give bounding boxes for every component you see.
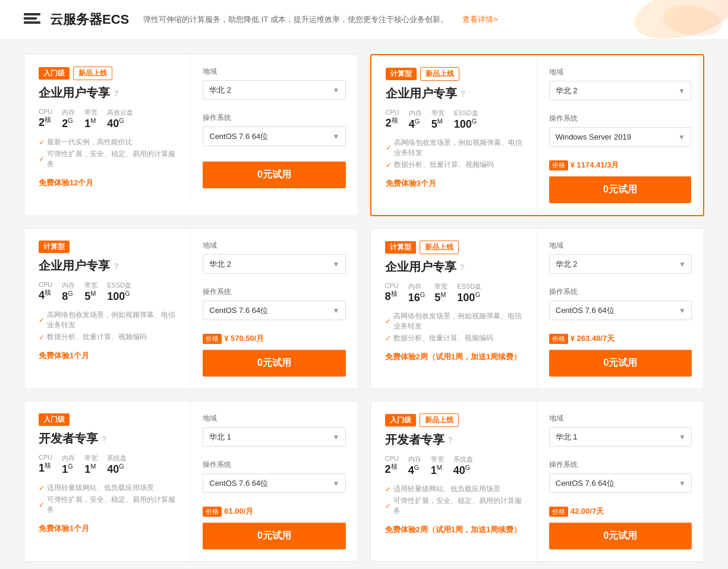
price-label-badge: 价格 [203,507,222,517]
spec-内存: 内存 16G [408,282,426,304]
price-label-badge: 价格 [549,160,568,170]
card-left: 计算型 企业用户专享 ? CPU 4核 内存 8G 带宽 5M ESSD盘 10 [24,229,191,388]
trial-button[interactable]: 0元试用 [549,523,692,549]
check-icon: ✓ [386,161,392,169]
card-right: 地域 华北 1华北 2华东 1华南 1 ▼ 操作系统 CentOS 7.6 64… [537,402,704,561]
card-card-5: 入门级 开发者专享 ? CPU 1核 内存 1G 带宽 1M 系统盘 40G [24,401,358,562]
card-right: 地域 华北 1华北 2华东 1华南 1 ▼ 操作系统 CentOS 7.6 64… [191,402,357,561]
os-select[interactable]: CentOS 7.6 64位Ubuntu 18.04 64位Windows Se… [203,301,345,320]
os-select-wrapper: CentOS 7.6 64位Ubuntu 18.04 64位Windows Se… [203,473,345,493]
region-section: 地域 华北 2华北 1华东 1华南 1 ▼ [203,67,345,107]
card-title: 企业用户专享 ? [386,86,525,102]
region-section: 地域 华北 2华北 1华东 1华南 1 ▼ [203,241,345,281]
check-icon: ✓ [39,501,45,509]
price-label-badge: 价格 [549,507,568,517]
free-trial-text[interactable]: 免费体验2周（试用1周，加送1周续费） [385,525,522,534]
view-details-link[interactable]: 查看详情> [462,14,498,25]
price-display: 价格 ¥ 263.48/7天 [549,333,692,344]
os-select-wrapper: CentOS 7.6 64位Ubuntu 18.04 64位Windows Se… [549,301,692,320]
spec-CPU: CPU 1核 [39,454,52,476]
os-section: 操作系统 CentOS 7.6 64位Ubuntu 18.04 64位Windo… [203,287,345,327]
card-right: 地域 华北 2华北 1华东 1华南 1 ▼ 操作系统 CentOS 7.6 64… [537,229,704,388]
card-title: 企业用户专享 ? [39,258,178,274]
tag-entry: 入门级 [385,414,416,426]
features-container: ✓ 适用轻量级网站、低负载应用场景 ✓ 可弹性扩展，安全、稳定、易用的计算服务 [385,484,525,516]
region-select[interactable]: 华北 1华北 2华东 1华南 1 [203,427,345,447]
os-select[interactable]: CentOS 7.6 64位Ubuntu 18.04 64位Windows Se… [549,473,692,493]
tags-container: 入门级新品上线 [39,67,178,80]
os-label: 操作系统 [549,287,692,297]
help-icon[interactable]: ? [460,263,465,272]
card-card-6: 入门级新品上线 开发者专享 ? CPU 2核 内存 4G 带宽 1M 系统盘 4 [370,401,705,562]
region-select[interactable]: 华北 1华北 2华东 1华南 1 [549,427,692,447]
features-container: ✓ 高网络包收发场景，例如视频弹幕、电信业务转发 ✓ 数据分析、批量计算、视频编… [386,138,525,170]
help-icon[interactable]: ? [114,261,119,271]
tags-container: 入门级 [39,413,178,426]
region-select[interactable]: 华北 2华北 1华东 1华南 1 [549,254,692,274]
region-label: 地域 [549,241,692,251]
trial-button[interactable]: 0元试用 [549,176,691,203]
os-select[interactable]: CentOS 7.6 64位Ubuntu 18.04 64位Windows Se… [203,127,345,146]
specs-container: CPU 1核 内存 1G 带宽 1M 系统盘 40G [39,454,178,476]
os-section: 操作系统 CentOS 7.6 64位Ubuntu 18.04 64位Windo… [203,113,345,153]
spec-CPU: CPU 4核 [39,281,52,303]
check-icon: ✓ [385,317,391,325]
trial-button[interactable]: 0元试用 [203,523,345,549]
help-icon[interactable]: ? [448,435,453,445]
check-icon: ✓ [39,333,45,342]
specs-container: CPU 8核 内存 16G 带宽 5M ESSD盘 100G [385,282,525,304]
region-section: 地域 华北 1华北 2华东 1华南 1 ▼ [203,413,345,454]
features-container: ✓ 最新一代实例，高性能价比 ✓ 可弹性扩展，安全、稳定、易用的计算服务 [39,137,178,169]
spec-CPU: CPU 2核 [386,109,399,131]
region-label: 地域 [203,413,345,423]
card-right: 地域 华北 2华北 1华东 1华南 1 ▼ 操作系统 CentOS 7.6 64… [191,229,357,388]
spec-系统盘: 系统盘 40G [453,455,473,477]
spec-ESSD盘: ESSD盘 100G [457,282,481,304]
help-icon[interactable]: ? [102,434,107,444]
card-title: 企业用户专享 ? [39,85,178,101]
tags-container: 入门级新品上线 [385,413,525,427]
card-title: 开发者专享 ? [39,431,178,447]
os-select[interactable]: CentOS 7.6 64位Ubuntu 18.04 64位Windows Se… [549,127,691,147]
region-select[interactable]: 华北 2华北 1华东 1华南 1 [203,254,345,274]
features-container: ✓ 适用轻量级网站、低负载应用场景 ✓ 可弹性扩展，安全、稳定、易用的计算服务 [39,483,178,515]
spec-系统盘: 系统盘 40G [107,454,127,476]
tag-entry: 入门级 [39,413,70,426]
check-icon: ✓ [39,484,45,492]
region-select[interactable]: 华北 2华北 1华东 1华南 1 [549,81,691,100]
specs-container: CPU 2核 内存 2G 带宽 1M 高效云盘 40G [39,108,178,130]
card-card-2: 计算型新品上线 企业用户专享 ? CPU 2核 内存 4G 带宽 5M ESSD… [370,54,705,216]
help-icon[interactable]: ? [461,89,466,99]
features-container: ✓ 高网络包收发场景，例如视频弹幕、电信业务转发 ✓ 数据分析、批量计算、视频编… [39,310,178,342]
help-icon[interactable]: ? [114,88,119,98]
spec-ESSD盘: ESSD盘 100G [454,109,478,131]
free-trial-text[interactable]: 免费体验12个月 [39,178,93,187]
region-select[interactable]: 华北 2华北 1华东 1华南 1 [203,80,345,100]
os-select[interactable]: CentOS 7.6 64位Ubuntu 18.04 64位Windows Se… [549,301,692,320]
os-select-wrapper: CentOS 7.6 64位Ubuntu 18.04 64位Windows Se… [203,301,345,320]
spec-内存: 内存 2G [62,108,75,130]
region-select-wrapper: 华北 2华北 1华东 1华南 1 ▼ [203,80,345,100]
spec-内存: 内存 4G [409,109,422,131]
os-select-wrapper: CentOS 7.6 64位Ubuntu 18.04 64位Windows Se… [549,127,691,147]
card-inner: 计算型新品上线 企业用户专享 ? CPU 8核 内存 16G 带宽 5M ESS… [371,229,704,388]
card-card-1: 入门级新品上线 企业用户专享 ? CPU 2核 内存 2G 带宽 1M 高效云盘 [24,54,358,216]
trial-button[interactable]: 0元试用 [203,162,345,188]
trial-button[interactable]: 0元试用 [549,350,692,377]
card-left: 入门级新品上线 开发者专享 ? CPU 2核 内存 4G 带宽 1M 系统盘 4 [371,402,537,561]
tag-new: 新品上线 [420,67,459,81]
spec-CPU: CPU 2核 [385,455,399,477]
spec-ESSD盘: ESSD盘 100G [107,281,131,303]
specs-container: CPU 2核 内存 4G 带宽 1M 系统盘 40G [385,455,525,477]
free-trial-text[interactable]: 免费体验1个月 [39,351,89,360]
os-select[interactable]: CentOS 7.6 64位Ubuntu 18.04 64位Windows Se… [203,473,345,493]
region-select-wrapper: 华北 1华北 2华东 1华南 1 ▼ [549,427,692,447]
spec-带宽: 带宽 1M [431,455,444,477]
card-inner: 入门级新品上线 企业用户专享 ? CPU 2核 内存 2G 带宽 1M 高效云盘 [24,55,358,200]
free-trial-text[interactable]: 免费体验2周（试用1周，加送1周续费） [385,352,522,361]
free-trial-text[interactable]: 免费体验3个月 [386,179,436,188]
trial-button[interactable]: 0元试用 [203,350,345,377]
tag-compute: 计算型 [385,241,416,254]
free-trial-text[interactable]: 免费体验1个月 [39,524,89,533]
price-value: 61.00/月 [224,506,253,517]
